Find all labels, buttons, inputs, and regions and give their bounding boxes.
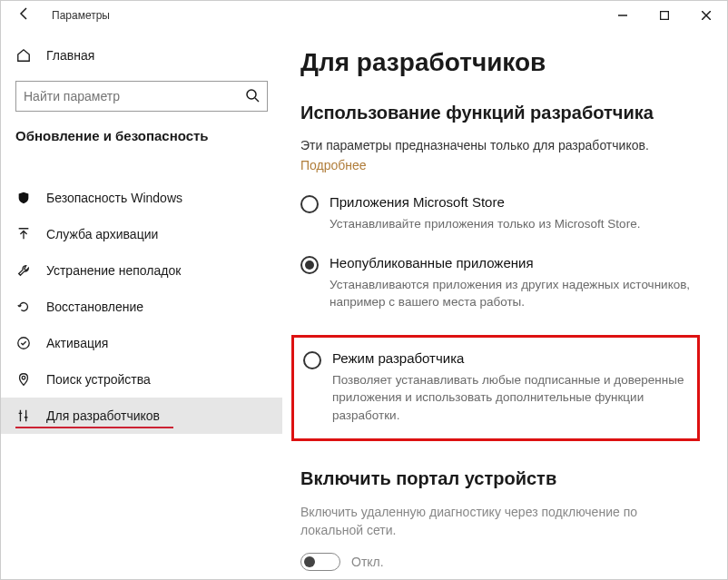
backup-icon bbox=[15, 227, 32, 241]
location-icon bbox=[15, 372, 32, 387]
radio-sub: Устанавливайте приложения только из Micr… bbox=[330, 215, 640, 233]
sidebar-item-label: Безопасность Windows bbox=[46, 191, 182, 205]
recovery-icon bbox=[15, 300, 32, 314]
sidebar-item-label: Активация bbox=[46, 336, 108, 350]
sliders-icon bbox=[15, 408, 32, 423]
radio-label: Неопубликованные приложения bbox=[330, 255, 700, 270]
maximize-button[interactable] bbox=[644, 1, 685, 30]
sidebar-item-recovery[interactable]: Восстановление bbox=[1, 289, 282, 325]
back-button[interactable] bbox=[6, 6, 43, 25]
learn-more-link[interactable]: Подробнее bbox=[300, 158, 367, 172]
radio-sub: Устанавливаются приложения из других над… bbox=[330, 276, 700, 311]
svg-point-1 bbox=[247, 90, 256, 99]
svg-point-3 bbox=[22, 376, 25, 379]
radio-store-apps[interactable]: Приложения Microsoft Store Устанавливайт… bbox=[300, 192, 700, 235]
home-label: Главная bbox=[46, 48, 94, 63]
radio-group: Приложения Microsoft Store Устанавливайт… bbox=[300, 192, 700, 445]
section-header: Обновление и безопасность bbox=[1, 128, 282, 154]
home-icon bbox=[15, 48, 32, 63]
section-title-device-portal: Включить портал устройств bbox=[300, 468, 700, 489]
sidebar-item-label: Для разработчиков bbox=[46, 408, 160, 423]
radio-sideload[interactable]: Неопубликованные приложения Устанавливаю… bbox=[300, 253, 700, 313]
sidebar-item-developers[interactable]: Для разработчиков bbox=[1, 398, 282, 434]
home-nav[interactable]: Главная bbox=[1, 39, 282, 72]
sidebar-item-label: Устранение неполадок bbox=[46, 263, 181, 278]
page-title: Для разработчиков bbox=[300, 48, 700, 77]
sidebar-item-security[interactable]: Безопасность Windows bbox=[1, 180, 282, 216]
radio-developer-mode[interactable]: Режим разработчика Позволяет устанавлива… bbox=[303, 349, 688, 427]
search-box[interactable] bbox=[15, 81, 268, 112]
sidebar-item-label: Поиск устройства bbox=[46, 372, 151, 387]
highlight-underline bbox=[15, 427, 173, 428]
radio-icon bbox=[303, 351, 321, 369]
sidebar-item-find-device[interactable]: Поиск устройства bbox=[1, 361, 282, 398]
titlebar: Параметры bbox=[1, 1, 727, 30]
content-pane: Для разработчиков Использование функций … bbox=[282, 30, 727, 579]
window-title: Параметры bbox=[43, 9, 602, 22]
sidebar-item-label: Служба архивации bbox=[46, 227, 158, 241]
radio-icon bbox=[300, 195, 319, 213]
toggle-row: Откл. bbox=[300, 553, 700, 571]
nav-list: Безопасность Windows Служба архивации Ус… bbox=[1, 180, 282, 434]
toggle-label: Откл. bbox=[351, 555, 384, 569]
highlight-box: Режим разработчика Позволяет устанавлива… bbox=[291, 335, 700, 442]
radio-sub: Позволяет устанавливать любые подписанны… bbox=[332, 371, 688, 425]
sidebar-item-activation[interactable]: Активация bbox=[1, 325, 282, 361]
sidebar: Главная Обновление и безопасность Безопа… bbox=[1, 30, 282, 579]
sidebar-item-label: Восстановление bbox=[46, 300, 143, 314]
section-desc: Эти параметры предназначены только для р… bbox=[300, 138, 700, 152]
sidebar-item-troubleshoot[interactable]: Устранение неполадок bbox=[1, 252, 282, 289]
radio-label: Режим разработчика bbox=[332, 350, 688, 366]
search-input[interactable] bbox=[24, 89, 245, 103]
shield-icon bbox=[15, 191, 32, 205]
radio-label: Приложения Microsoft Store bbox=[330, 194, 640, 210]
portal-desc: Включить удаленную диагностику через под… bbox=[300, 504, 700, 539]
wrench-icon bbox=[15, 263, 32, 278]
minimize-button[interactable] bbox=[602, 1, 644, 30]
radio-icon bbox=[300, 256, 319, 274]
sidebar-item-backup[interactable]: Служба архивации bbox=[1, 216, 282, 252]
close-button[interactable] bbox=[685, 1, 727, 30]
search-icon bbox=[245, 88, 260, 105]
svg-rect-0 bbox=[661, 12, 669, 20]
device-portal-toggle[interactable] bbox=[300, 553, 340, 571]
check-icon bbox=[15, 336, 32, 350]
section-title-dev-features: Использование функций разработчика bbox=[300, 103, 700, 123]
